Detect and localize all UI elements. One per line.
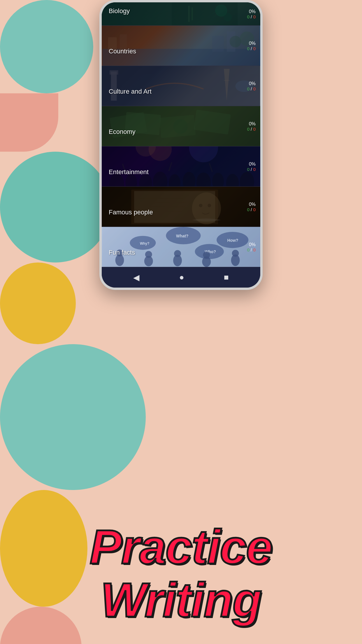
bg-decor-yellow-bottom	[0, 490, 87, 607]
countries-overlay	[102, 26, 260, 66]
phone-screen: 0% 0 / 0 Biology	[102, 2, 260, 288]
funfacts-label: Fun facts	[109, 249, 135, 256]
famous-label: Famous people	[109, 209, 153, 216]
culture-label: Culture and Art	[109, 88, 152, 95]
practice-line1: Practice	[79, 521, 283, 574]
bg-decor-salmon-topleft	[0, 93, 58, 152]
bg-decor-yellow-mid	[0, 262, 76, 344]
economy-label: Economy	[109, 128, 136, 136]
biology-score: 0 / 0	[247, 14, 256, 19]
category-item-biology[interactable]: 0% 0 / 0 Biology	[102, 2, 260, 26]
category-item-entertainment[interactable]: 0% 0 / 0 Entertainment	[102, 146, 260, 187]
economy-stats: 0% 0 / 0	[247, 121, 256, 131]
entertainment-label: Entertainment	[109, 168, 149, 176]
nav-home-icon[interactable]: ●	[179, 273, 184, 282]
nav-recent-icon[interactable]: ■	[224, 273, 229, 282]
funfacts-total: 0	[253, 247, 256, 252]
navigation-bar: ◀ ● ■	[102, 267, 260, 288]
bg-decor-salmon-righttop	[0, 607, 82, 644]
countries-score: 0 / 0	[247, 46, 256, 51]
culture-total: 0	[253, 86, 256, 91]
funfacts-overlay	[102, 227, 260, 267]
biology-label: Biology	[109, 7, 130, 15]
bg-decor-teal-topleft	[0, 0, 93, 93]
famous-total: 0	[253, 207, 256, 212]
countries-stats: 0% 0 / 0	[247, 41, 256, 51]
category-item-economy[interactable]: 0% 0 / 0 Economy	[102, 106, 260, 146]
entertainment-stats: 0% 0 / 0	[247, 161, 256, 172]
entertainment-total: 0	[253, 167, 256, 172]
funfacts-stats: 0% 0 / 0	[247, 242, 256, 252]
biology-total: 0	[253, 14, 256, 19]
culture-percent: 0%	[247, 81, 256, 86]
entertainment-score: 0 / 0	[247, 167, 256, 172]
nav-back-icon[interactable]: ◀	[133, 273, 140, 282]
countries-label: Countries	[109, 48, 136, 55]
culture-score: 0 / 0	[247, 86, 256, 91]
practice-line2: Writing	[79, 574, 283, 627]
phone-frame: 0% 0 / 0 Biology	[99, 0, 263, 290]
countries-percent: 0%	[247, 41, 256, 46]
funfacts-score: 0 / 0	[247, 247, 256, 252]
entertainment-percent: 0%	[247, 161, 256, 167]
category-item-culture[interactable]: 0% 0 / 0 Culture and Art	[102, 66, 260, 106]
countries-total: 0	[253, 46, 256, 51]
phone-wrapper: 0% 0 / 0 Biology	[99, 0, 263, 290]
famous-score: 0 / 0	[247, 207, 256, 212]
famous-overlay	[102, 187, 260, 227]
famous-percent: 0%	[247, 202, 256, 207]
economy-total: 0	[253, 126, 256, 131]
entertainment-overlay	[102, 146, 260, 186]
category-item-funfacts[interactable]: What? How? Who? Why?	[102, 227, 260, 267]
bg-decor-teal-bottomleft	[0, 344, 146, 490]
culture-overlay	[102, 66, 260, 106]
category-item-famous[interactable]: 0% 0 / 0 Famous people	[102, 187, 260, 227]
economy-overlay	[102, 106, 260, 146]
biology-stats: 0% 0 / 0	[247, 9, 256, 19]
economy-percent: 0%	[247, 121, 256, 126]
bottom-text-section: Practice Writing	[79, 521, 283, 626]
culture-stats: 0% 0 / 0	[247, 81, 256, 91]
practice-writing-title: Practice Writing	[79, 521, 283, 626]
bg-decor-teal-midleft	[0, 152, 111, 262]
category-item-countries[interactable]: 0% 0 / 0 Countries	[102, 26, 260, 66]
biology-percent: 0%	[247, 9, 256, 14]
famous-stats: 0% 0 / 0	[247, 202, 256, 212]
funfacts-percent: 0%	[247, 242, 256, 247]
economy-score: 0 / 0	[247, 126, 256, 131]
